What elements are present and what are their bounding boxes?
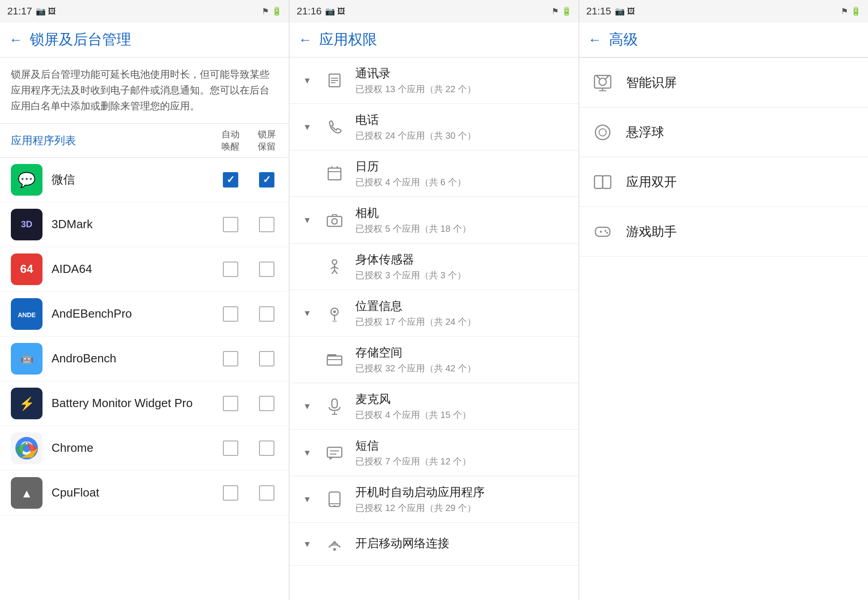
checkbox-lock-keep[interactable] [259,351,274,366]
permission-name: 位置信息 [355,298,567,314]
battery-icon-2: 🔋 [561,6,571,16]
advanced-item[interactable]: 悬浮球 [579,108,868,157]
checkbox-auto-wake[interactable] [223,351,238,366]
checkbox-auto-wake[interactable] [223,485,238,501]
checkbox-lock-keep[interactable] [259,485,274,501]
checkboxes [219,217,278,232]
permission-sub: 已授权 4 个应用（共 15 个） [355,409,567,421]
checkbox-auto-wake[interactable] [223,262,238,277]
panel-advanced: 21:15 📷 🖼 ⚑ 🔋 ← 高级 智能识屏 悬浮球 应用双开 游戏助手 [579,0,868,600]
permission-info: 身体传感器 已授权 3 个应用（共 3 个） [355,252,567,281]
checkbox-lock-keep[interactable] [259,217,274,232]
expand-arrow: ▾ [300,121,314,133]
checkbox-cell-1[interactable] [219,396,242,411]
permission-info: 位置信息 已授权 17 个应用（共 24 个） [355,298,567,328]
permission-info: 开机时自动启动应用程序 已授权 12 个应用（共 29 个） [355,484,567,514]
back-button-2[interactable]: ← [298,32,312,47]
checkbox-cell-1[interactable] [219,485,242,501]
permission-item[interactable]: ▾ 麦克风 已授权 4 个应用（共 15 个） [289,383,578,430]
advanced-item[interactable]: 智能识屏 [579,58,868,108]
advanced-item[interactable]: 游戏助手 [579,207,868,257]
checkbox-cell-1[interactable] [219,441,242,456]
permission-icon [323,162,346,185]
app-icon: 💬 [11,164,42,196]
app-list-header: 应用程序列表 自动唤醒 锁屏保留 [0,124,289,158]
app-row[interactable]: 💬 微信 [0,158,289,202]
checkbox-cell-1[interactable] [219,217,242,232]
permission-icon [323,441,346,464]
checkboxes [219,306,278,322]
permission-item[interactable]: ▾ 身体传感器 已授权 3 个应用（共 3 个） [289,244,578,290]
checkbox-lock-keep[interactable] [259,441,274,456]
app-icon: ▲ [11,477,42,509]
permission-item[interactable]: ▾ 通讯录 已授权 13 个应用（共 22 个） [289,57,578,104]
app-row[interactable]: Chrome [0,426,289,471]
app-row[interactable]: 🤖 AndroBench [0,337,289,381]
checkbox-cell-2[interactable] [255,441,278,456]
permission-item[interactable]: ▾ 相机 已授权 5 个应用（共 18 个） [289,197,578,244]
permission-item[interactable]: ▾ 开启移动网络连接 [289,523,578,566]
checkbox-lock-keep[interactable] [259,262,274,277]
checkboxes [219,351,278,366]
checkbox-cell-2[interactable] [255,217,278,232]
permission-info: 开启移动网络连接 [355,535,567,553]
checkbox-cell-1[interactable] [219,262,242,277]
back-button-1[interactable]: ← [9,32,23,47]
checkbox-auto-wake[interactable] [223,396,238,411]
permission-item[interactable]: ▾ 电话 已授权 24 个应用（共 30 个） [289,104,578,150]
checkbox-auto-wake[interactable] [223,172,238,188]
app-row[interactable]: 3D 3DMark [0,202,289,247]
checkbox-auto-wake[interactable] [223,441,238,456]
checkbox-auto-wake[interactable] [223,306,238,322]
permission-item[interactable]: ▾ 开机时自动启动应用程序 已授权 12 个应用（共 29 个） [289,476,578,523]
checkbox-lock-keep[interactable] [259,306,274,322]
advanced-item[interactable]: 应用双开 [579,157,868,207]
app-row[interactable]: ANDE AndEBenchPro [0,292,289,337]
svg-text:⚡: ⚡ [19,396,35,411]
checkbox-lock-keep[interactable] [259,172,274,188]
header-2: ← 应用权限 [289,23,578,57]
permission-sub: 已授权 7 个应用（共 12 个） [355,455,567,468]
page-title-2: 应用权限 [319,30,377,50]
advanced-icon [590,169,615,195]
checkbox-cell-2[interactable] [255,396,278,411]
checkbox-cell-1[interactable] [219,306,242,322]
checkbox-cell-2[interactable] [255,172,278,188]
checkbox-cell-2[interactable] [255,306,278,322]
app-icon [11,432,42,464]
permission-item[interactable]: ▾ 日历 已授权 4 个应用（共 6 个） [289,150,578,197]
time-2: 21:16 [297,5,321,17]
checkboxes [219,396,278,411]
checkbox-cell-1[interactable] [219,351,242,366]
permission-item[interactable]: ▾ 位置信息 已授权 17 个应用（共 24 个） [289,290,578,337]
checkbox-cell-2[interactable] [255,351,278,366]
checkbox-cell-2[interactable] [255,485,278,501]
header-3: ← 高级 [579,23,868,58]
checkboxes [219,441,278,456]
back-button-3[interactable]: ← [588,32,602,47]
permission-info: 麦克风 已授权 4 个应用（共 15 个） [355,391,567,421]
col-headers: 自动唤醒 锁屏保留 [219,128,278,153]
svg-point-42 [334,505,335,507]
permission-item[interactable]: ▾ 短信 已授权 7 个应用（共 12 个） [289,430,578,476]
svg-rect-44 [594,75,611,88]
checkbox-lock-keep[interactable] [259,396,274,411]
advanced-icon [590,219,615,244]
svg-line-26 [332,270,335,274]
signal-icon-1: ⚑ [262,6,269,16]
panel-permissions: 21:16 📷 🖼 ⚑ 🔋 ← 应用权限 ▾ 通讯录 已授权 13 个应用（共 … [289,0,579,600]
checkbox-auto-wake[interactable] [223,217,238,232]
permission-info: 电话 已授权 24 个应用（共 30 个） [355,112,567,142]
expand-arrow: ▾ [300,400,314,412]
expand-arrow: ▾ [300,493,314,505]
app-row[interactable]: ▲ CpuFloat [0,471,289,516]
svg-point-49 [599,129,606,136]
app-row[interactable]: ⚡ Battery Monitor Widget Pro [0,381,289,426]
checkbox-cell-1[interactable] [219,172,242,188]
checkbox-cell-2[interactable] [255,262,278,277]
permission-item[interactable]: ▾ 存储空间 已授权 32 个应用（共 42 个） [289,337,578,383]
app-icon: 64 [11,253,42,285]
app-icon: 3D [11,209,42,240]
permission-name: 相机 [355,205,567,221]
app-row[interactable]: 64 AIDA64 [0,247,289,292]
